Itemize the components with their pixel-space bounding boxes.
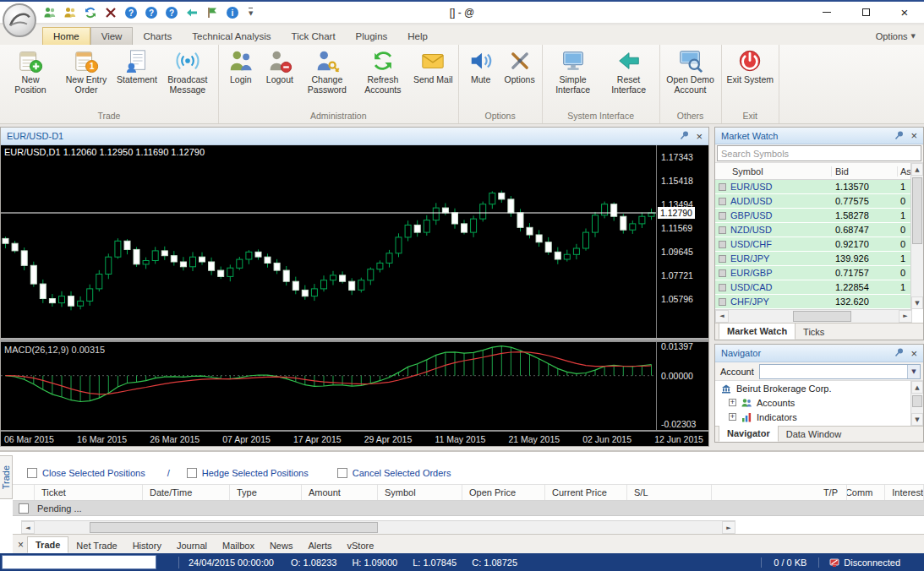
pin-icon[interactable] xyxy=(894,130,905,142)
vertical-scrollbar[interactable]: ▲ ▼ xyxy=(910,381,923,426)
tab-tick-chart[interactable]: Tick Chart xyxy=(282,28,346,45)
new-position-button[interactable]: New Position xyxy=(3,46,58,110)
refresh-accounts-button[interactable]: Refresh Accounts xyxy=(355,46,411,110)
exit-system-button[interactable]: Exit System xyxy=(724,46,776,110)
tab-market-watch[interactable]: Market Watch xyxy=(719,323,796,340)
market-watch-row[interactable]: AUD/USD 0.77575 0 xyxy=(715,194,910,209)
candlestick-chart[interactable]: EUR/USD,D1 1.12060 1.12950 1.11690 1.127… xyxy=(1,145,708,446)
tab-navigator[interactable]: Navigator xyxy=(719,425,779,442)
combobox-dropdown-arrow[interactable]: ▼ xyxy=(907,365,920,378)
tab-view[interactable]: View xyxy=(90,27,134,45)
market-watch-row[interactable]: USD/CAD 1.22854 1 xyxy=(715,280,910,295)
expand-icon[interactable]: + xyxy=(729,399,736,406)
refresh-icon[interactable] xyxy=(83,5,97,19)
minimize-button[interactable] xyxy=(807,2,846,23)
market-watch-row[interactable]: GBP/USD 1.58278 1 xyxy=(715,209,910,223)
column-header-ask[interactable]: Ask xyxy=(898,166,910,177)
tab-charts[interactable]: Charts xyxy=(133,28,182,45)
pane-splitter[interactable] xyxy=(1,338,708,342)
scrollbar-thumb[interactable] xyxy=(912,395,922,407)
broadcast-message-button[interactable]: Broadcast Message xyxy=(160,46,216,110)
market-watch-row[interactable]: EUR/GBP 0.71757 0 xyxy=(715,266,910,280)
maximize-button[interactable] xyxy=(846,2,885,23)
column-header[interactable]: Date/Time xyxy=(143,485,230,500)
help-icon[interactable]: ? xyxy=(123,5,138,19)
tab-help[interactable]: Help xyxy=(397,28,438,45)
column-header[interactable]: Open Price xyxy=(462,485,545,500)
new-entry-order-button[interactable]: 1 New Entry Order xyxy=(58,46,114,110)
connection-status[interactable]: Disconnected xyxy=(818,557,910,568)
scroll-right-button[interactable]: ► xyxy=(722,521,735,534)
users-icon[interactable] xyxy=(63,5,77,19)
market-watch-row[interactable]: NZD/USD 0.68747 0 xyxy=(715,223,910,237)
close-icon[interactable]: × xyxy=(909,130,919,141)
options-button[interactable]: Options xyxy=(500,46,539,110)
tree-item-accounts[interactable]: + Accounts xyxy=(715,395,910,410)
horizontal-scrollbar[interactable]: ◄ ► xyxy=(715,309,912,322)
account-combobox[interactable]: ▼ xyxy=(759,364,921,379)
add-group-icon[interactable] xyxy=(42,5,57,19)
info-icon[interactable]: i xyxy=(225,5,239,19)
trade-panel-tab[interactable]: vStore xyxy=(340,538,382,553)
reset-interface-button[interactable]: Reset Interface xyxy=(601,46,657,110)
ribbon-options-menu[interactable]: Options▼ xyxy=(876,31,916,45)
checkbox-icon[interactable] xyxy=(19,503,29,514)
open-demo-account-button[interactable]: Open Demo Account xyxy=(663,46,719,110)
column-header[interactable]: S/L xyxy=(627,485,712,500)
column-header-bid[interactable]: Bid xyxy=(832,166,898,177)
market-watch-header[interactable]: Symbol Bid Ask xyxy=(715,163,910,180)
table-row-pending[interactable]: Pending ... xyxy=(13,501,924,516)
market-watch-row[interactable]: EUR/JPY 139.926 1 xyxy=(715,252,910,266)
column-header[interactable]: Symbol xyxy=(378,485,462,500)
close-tool-icon[interactable] xyxy=(103,5,118,19)
scrollbar-thumb[interactable] xyxy=(90,522,378,533)
close-panel-button[interactable]: × xyxy=(14,539,27,553)
market-watch-row[interactable]: EUR/USD 1.13570 1 xyxy=(715,180,910,194)
search-symbols-input[interactable] xyxy=(717,145,921,161)
close-icon[interactable]: × xyxy=(694,131,704,142)
tab-technical-analysis[interactable]: Technical Analysis xyxy=(182,28,281,45)
logout-button[interactable]: Logout xyxy=(260,46,299,110)
scroll-down-button[interactable]: ▼ xyxy=(911,413,923,426)
scroll-left-button[interactable]: ◄ xyxy=(715,310,729,322)
close-button[interactable]: × xyxy=(885,2,924,23)
price-scale[interactable]: 1.12790 1.173431.154181.134941.115691.09… xyxy=(656,145,708,430)
simple-interface-button[interactable]: Simple Interface xyxy=(545,46,601,110)
trade-panel-tab[interactable]: Mailbox xyxy=(215,538,262,553)
back-arrow-icon[interactable] xyxy=(184,5,199,19)
trade-table-header[interactable]: TicketDate/TimeTypeAmountSymbolOpen Pric… xyxy=(13,484,924,501)
help-icon[interactable]: ? xyxy=(144,5,158,19)
mute-button[interactable]: Mute xyxy=(462,46,500,110)
column-header[interactable]: Ticket xyxy=(35,485,143,500)
app-logo-orb[interactable] xyxy=(3,3,36,37)
tab-data-window[interactable]: Data Window xyxy=(779,427,849,442)
tab-ticks[interactable]: Ticks xyxy=(796,324,832,340)
pin-icon[interactable] xyxy=(680,130,690,142)
trade-panel-tab[interactable]: Trade xyxy=(27,536,68,553)
customize-toolbar-dropdown[interactable]: ▼ xyxy=(249,8,253,17)
scroll-up-button[interactable]: ▲ xyxy=(911,163,923,176)
scroll-up-button[interactable]: ▲ xyxy=(911,381,923,394)
vertical-scrollbar[interactable]: ▲ ▼ xyxy=(910,163,923,309)
close-selected-positions-checkbox[interactable]: Close Selected Positions xyxy=(27,468,145,478)
horizontal-scrollbar[interactable]: ◄ ► xyxy=(21,520,735,534)
trade-panel-tab[interactable]: Net Trade xyxy=(68,538,124,553)
trade-panel-tab[interactable]: Journal xyxy=(169,538,215,553)
pin-icon[interactable] xyxy=(894,347,905,359)
send-mail-button[interactable]: Send Mail xyxy=(411,46,456,110)
trade-panel-tab[interactable]: News xyxy=(262,538,301,553)
trade-side-tab[interactable]: Trade xyxy=(0,455,13,499)
close-icon[interactable]: × xyxy=(909,348,919,359)
column-header[interactable]: T/P xyxy=(712,485,847,500)
scrollbar-thumb[interactable] xyxy=(793,311,850,321)
trade-panel-tab[interactable]: Alerts xyxy=(300,538,339,553)
column-header[interactable]: Amount xyxy=(302,485,378,500)
hedge-selected-positions-checkbox[interactable]: Hedge Selected Positions xyxy=(187,468,309,478)
scrollbar-thumb[interactable] xyxy=(912,177,922,244)
column-header[interactable]: Comm xyxy=(847,485,885,500)
expand-icon[interactable]: + xyxy=(729,413,736,421)
column-header[interactable]: Current Price xyxy=(545,485,627,500)
market-watch-row[interactable]: CHF/JPY 132.620 xyxy=(715,295,910,309)
scroll-right-button[interactable]: ► xyxy=(899,310,912,322)
statement-button[interactable]: Statement xyxy=(114,46,160,110)
